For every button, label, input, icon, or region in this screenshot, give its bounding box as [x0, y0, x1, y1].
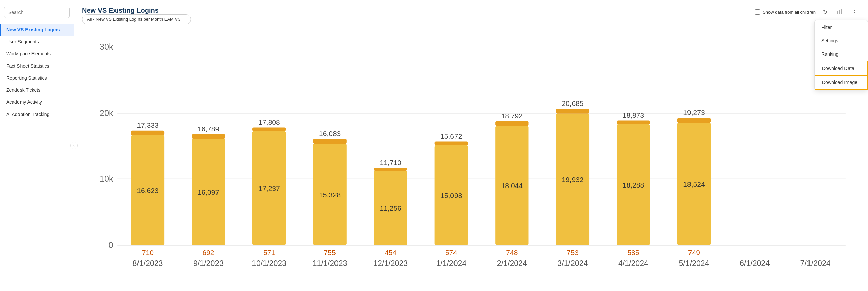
chart-type-button[interactable]	[834, 7, 845, 18]
context-menu-item-download-image[interactable]: Download Image	[814, 75, 868, 90]
svg-text:15,672: 15,672	[440, 132, 462, 140]
svg-text:3/1/2024: 3/1/2024	[557, 259, 588, 268]
sidebar-item-ai-adoption-tracking[interactable]: AI Adoption Tracking	[0, 108, 73, 120]
chart-dropdown[interactable]: All - New VS Existing Logins per Month E…	[82, 14, 191, 24]
svg-text:30k: 30k	[99, 42, 113, 52]
context-menu-item-settings[interactable]: Settings	[814, 34, 868, 47]
svg-text:10k: 10k	[99, 174, 113, 184]
svg-text:19,932: 19,932	[562, 176, 583, 184]
sidebar-item-fact-sheet-statistics[interactable]: Fact Sheet Statistics	[0, 60, 73, 72]
chart-icon	[837, 8, 843, 16]
svg-rect-2	[841, 9, 842, 14]
svg-text:6/1/2024: 6/1/2024	[740, 259, 770, 268]
svg-text:5/1/2024: 5/1/2024	[679, 259, 709, 268]
svg-rect-1	[839, 10, 840, 14]
svg-text:692: 692	[203, 249, 214, 256]
svg-text:10/1/2023: 10/1/2023	[252, 259, 286, 268]
refresh-icon: ↻	[823, 9, 827, 15]
context-menu-item-ranking[interactable]: Ranking	[814, 47, 868, 61]
svg-text:20,685: 20,685	[562, 99, 583, 107]
chevron-down-icon: ⌄	[183, 17, 186, 22]
svg-text:11/1/2023: 11/1/2023	[313, 259, 347, 268]
svg-text:12/1/2023: 12/1/2023	[373, 259, 408, 268]
svg-text:18,792: 18,792	[501, 112, 523, 120]
svg-text:0: 0	[108, 240, 113, 250]
svg-text:18,044: 18,044	[501, 182, 523, 190]
svg-rect-24	[252, 127, 286, 131]
svg-text:585: 585	[627, 249, 639, 256]
context-menu-item-filter[interactable]: Filter	[814, 21, 868, 34]
svg-rect-48	[495, 121, 528, 126]
svg-text:11,256: 11,256	[380, 204, 401, 212]
chart-area: 30k20k10k017,33316,6237108/1/202316,7891…	[82, 33, 860, 291]
sidebar-nav: New VS Existing LoginsUser SegmentsWorks…	[0, 24, 73, 120]
dropdown-label: All - New VS Existing Logins per Month E…	[87, 17, 180, 22]
sidebar-item-academy-activity[interactable]: Academy Activity	[0, 96, 73, 108]
svg-text:574: 574	[445, 249, 457, 256]
svg-text:9/1/2023: 9/1/2023	[193, 259, 223, 268]
sidebar-toggle-button[interactable]: ‹	[70, 142, 78, 149]
svg-text:7/1/2024: 7/1/2024	[800, 259, 831, 268]
svg-text:16,083: 16,083	[319, 130, 341, 137]
chart-controls: Show data from all children ↻ ⋮	[755, 7, 860, 18]
show-children-checkbox[interactable]	[755, 9, 760, 15]
svg-text:755: 755	[324, 249, 336, 256]
svg-text:2/1/2024: 2/1/2024	[497, 259, 527, 268]
chart-header: New VS Existing Logins All - New VS Exis…	[82, 7, 860, 27]
svg-text:18,524: 18,524	[683, 181, 705, 188]
search-input[interactable]	[4, 7, 70, 18]
chart-title-section: New VS Existing Logins All - New VS Exis…	[82, 7, 191, 27]
svg-text:16,623: 16,623	[137, 187, 158, 194]
show-children-label: Show data from all children	[763, 10, 815, 15]
show-children-control: Show data from all children	[755, 9, 815, 15]
svg-text:11,710: 11,710	[380, 159, 401, 166]
svg-text:1/1/2024: 1/1/2024	[436, 259, 466, 268]
more-options-button[interactable]: ⋮	[849, 7, 860, 18]
svg-rect-54	[556, 108, 589, 114]
svg-rect-42	[435, 141, 468, 145]
svg-text:749: 749	[688, 249, 700, 256]
context-menu: FilterSettingsRankingDownload DataDownlo…	[814, 20, 868, 90]
refresh-button[interactable]: ↻	[819, 7, 830, 18]
svg-text:18,873: 18,873	[623, 111, 644, 119]
svg-rect-66	[677, 118, 711, 123]
sidebar-item-user-segments[interactable]: User Segments	[0, 36, 73, 48]
svg-rect-0	[837, 11, 838, 14]
svg-text:710: 710	[142, 249, 154, 256]
svg-text:17,333: 17,333	[137, 121, 158, 129]
main-content: New VS Existing Logins All - New VS Exis…	[74, 0, 868, 291]
svg-rect-18	[192, 134, 225, 139]
chart-title: New VS Existing Logins	[82, 7, 191, 14]
sidebar-item-workspace-elements[interactable]: Workspace Elements	[0, 48, 73, 60]
svg-text:16,789: 16,789	[198, 125, 219, 133]
svg-text:753: 753	[567, 249, 579, 256]
sidebar-item-zendesk-tickets[interactable]: Zendesk Tickets	[0, 84, 73, 96]
chevron-left-icon: ‹	[73, 144, 74, 148]
svg-rect-60	[617, 121, 650, 124]
svg-text:15,098: 15,098	[440, 192, 462, 199]
svg-rect-30	[313, 139, 346, 144]
svg-text:17,808: 17,808	[258, 118, 280, 126]
svg-text:4/1/2024: 4/1/2024	[618, 259, 649, 268]
svg-text:454: 454	[384, 249, 396, 256]
more-icon: ⋮	[852, 9, 857, 15]
svg-rect-12	[131, 131, 164, 135]
svg-text:17,237: 17,237	[258, 185, 280, 192]
svg-text:15,328: 15,328	[319, 191, 341, 199]
svg-rect-36	[374, 168, 407, 171]
sidebar-item-reporting-statistics[interactable]: Reporting Statistics	[0, 72, 73, 84]
svg-text:18,288: 18,288	[623, 181, 644, 189]
svg-text:8/1/2023: 8/1/2023	[132, 259, 163, 268]
sidebar: New VS Existing LoginsUser SegmentsWorks…	[0, 0, 74, 291]
svg-text:571: 571	[263, 249, 275, 256]
context-menu-item-download-data[interactable]: Download Data	[814, 61, 868, 75]
bar-chart-svg: 30k20k10k017,33316,6237108/1/202316,7891…	[82, 33, 860, 291]
sidebar-item-new-vs-existing[interactable]: New VS Existing Logins	[0, 24, 73, 36]
svg-text:20k: 20k	[99, 108, 113, 118]
svg-text:16,097: 16,097	[198, 188, 219, 196]
svg-text:748: 748	[506, 249, 518, 256]
svg-text:19,273: 19,273	[683, 108, 705, 116]
